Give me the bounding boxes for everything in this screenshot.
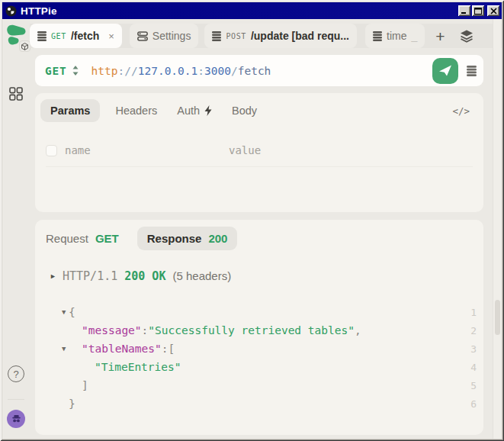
- tab-body[interactable]: Body: [232, 105, 257, 117]
- code-token: "Successfully retrieved tables": [148, 324, 355, 336]
- url-token: :: [197, 65, 204, 77]
- headers-count: (5 headers): [172, 269, 231, 282]
- tab-label: Settings: [152, 30, 191, 42]
- sidebar-divider: [8, 399, 24, 400]
- code-line: }6: [46, 394, 473, 413]
- url-input[interactable]: http://127.0.0.1:3000/fetch: [91, 65, 271, 77]
- fold-arrow-icon[interactable]: ▼: [62, 340, 66, 358]
- code-token: ,: [355, 324, 361, 336]
- tab-bar: GET /fetch × Settings POST /update [bad …: [30, 24, 502, 48]
- tab-headers[interactable]: Headers: [115, 105, 157, 117]
- response-panel: Request GET Response 200 ► HTTP/1.1 200 …: [35, 220, 483, 435]
- line-number: 3: [470, 343, 477, 355]
- response-tab-label: Response: [147, 232, 202, 245]
- apps-grid-button[interactable]: [9, 87, 23, 101]
- database-icon: [37, 31, 47, 41]
- minimize-icon: [461, 8, 468, 14]
- workspace-badge[interactable]: [19, 40, 30, 52]
- code-view-toggle[interactable]: </>: [452, 105, 470, 117]
- grid-icon: [9, 87, 23, 101]
- url-token: http: [91, 65, 118, 77]
- app-surface: ? GET /fetch × Settings: [2, 19, 502, 439]
- code-line: "TimeEntries"4: [46, 358, 473, 376]
- request-options-button[interactable]: [467, 66, 477, 76]
- tab-post-update[interactable]: POST /update [bad requ...: [204, 24, 357, 48]
- maximize-button[interactable]: [472, 5, 484, 16]
- tab-label-faded: _: [411, 30, 417, 42]
- maximize-icon: [474, 8, 482, 14]
- incognito-icon: [11, 414, 22, 425]
- code-token: :: [162, 343, 169, 355]
- code-token: [: [169, 343, 175, 355]
- code-token: "TimeEntries": [95, 361, 181, 373]
- status-line[interactable]: ► HTTP/1.1 200 OK (5 headers): [46, 267, 473, 285]
- send-button[interactable]: [432, 58, 458, 84]
- close-button[interactable]: [487, 5, 499, 16]
- fold-arrow-icon[interactable]: ▼: [62, 303, 66, 321]
- new-tab-button[interactable]: +: [435, 28, 445, 44]
- tab-close-icon[interactable]: ×: [108, 31, 114, 42]
- close-icon: [490, 8, 497, 14]
- tab-time[interactable]: time_: [365, 24, 425, 48]
- httpie-logo[interactable]: [5, 23, 28, 50]
- help-button[interactable]: ?: [8, 365, 24, 382]
- request-tab-label: Request: [46, 232, 88, 245]
- tab-method: GET: [51, 32, 66, 40]
- param-checkbox[interactable]: [46, 145, 57, 156]
- url-token: 127.0.0.1: [138, 65, 198, 77]
- code-token: ]: [82, 379, 88, 391]
- tab-settings[interactable]: Settings: [130, 24, 199, 48]
- titlebar[interactable]: HTTPie: [2, 2, 502, 19]
- tab-params[interactable]: Params: [40, 99, 100, 122]
- response-body: ▼{1"message": "Successfully retrieved ta…: [46, 303, 473, 413]
- app-icon: [5, 5, 17, 17]
- code-line: "message": "Successfully retrieved table…: [46, 321, 473, 340]
- line-number: 2: [470, 325, 477, 336]
- url-token: ://: [118, 65, 138, 77]
- request-editor-tabs: Params Headers Auth Body </>: [46, 99, 473, 122]
- tab-path: /update [bad requ...: [251, 30, 349, 42]
- sidebar: ?: [2, 19, 30, 439]
- user-avatar[interactable]: [7, 410, 25, 428]
- code-line: ▼{1: [46, 303, 473, 321]
- help-icon: ?: [13, 369, 18, 380]
- url-token: 3000: [204, 65, 231, 77]
- request-editor-panel: Params Headers Auth Body </>: [35, 93, 483, 212]
- code-token: "message": [82, 324, 142, 336]
- tab-request[interactable]: Request GET: [46, 232, 128, 245]
- database-icon: [467, 66, 477, 76]
- line-number: 5: [470, 380, 477, 391]
- window-title: HTTPie: [21, 5, 454, 17]
- row-divider: [46, 166, 473, 167]
- tab-overview-button[interactable]: [460, 30, 474, 43]
- url-bar: GET http://127.0.0.1:3000/fetch: [35, 55, 483, 86]
- settings-icon: [137, 31, 148, 41]
- main-content: GET /fetch × Settings POST /update [bad …: [30, 19, 502, 439]
- paper-plane-icon: [438, 64, 452, 77]
- tab-get-fetch[interactable]: GET /fetch ×: [30, 24, 122, 48]
- code-token: "tableNames": [82, 343, 162, 355]
- tab-method: POST: [226, 32, 246, 40]
- exchange-tabs: Request GET Response 200: [46, 226, 473, 250]
- lightning-icon: [204, 105, 212, 116]
- line-number: 6: [470, 398, 477, 410]
- method-selector[interactable]: GET: [45, 65, 79, 77]
- layers-icon: [460, 30, 474, 43]
- scrollbar-thumb[interactable]: [495, 300, 500, 335]
- response-status-badge: 200: [208, 232, 227, 245]
- line-number: 1: [470, 307, 477, 318]
- tab-label: time: [387, 30, 406, 42]
- cube-icon: [21, 43, 28, 50]
- collapse-arrow-icon[interactable]: ►: [46, 272, 63, 280]
- minimize-button[interactable]: [458, 5, 470, 16]
- request-tab-method: GET: [95, 232, 119, 245]
- code-line: ]5: [46, 376, 473, 394]
- param-row: [46, 140, 473, 160]
- param-name-input[interactable]: [65, 144, 179, 156]
- scrollbar[interactable]: [493, 19, 501, 439]
- param-value-input[interactable]: [229, 144, 343, 156]
- database-icon: [212, 31, 221, 41]
- tab-response[interactable]: Response 200: [137, 227, 238, 250]
- tab-auth[interactable]: Auth: [177, 105, 212, 117]
- tab-path: /fetch: [71, 30, 99, 42]
